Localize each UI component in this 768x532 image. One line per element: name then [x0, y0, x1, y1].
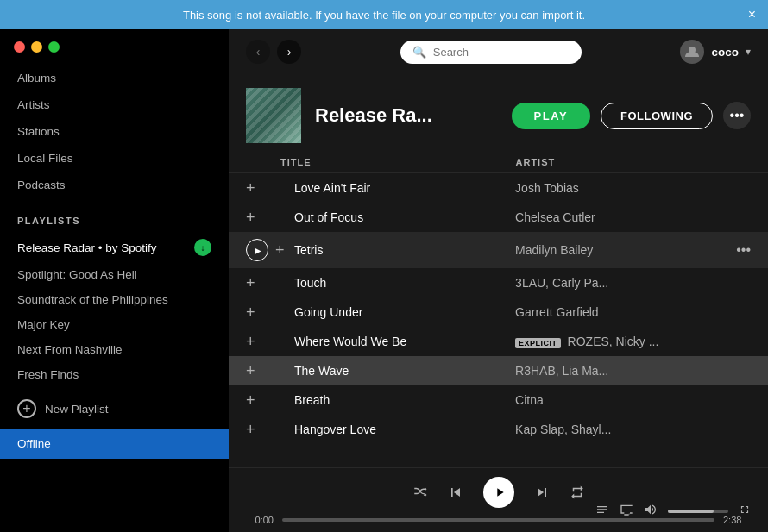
- nav-arrows: ‹ ›: [246, 40, 301, 64]
- track-artist: Josh Tobias: [515, 181, 736, 195]
- play-button[interactable]: PLAY: [512, 103, 590, 129]
- maximize-window-button[interactable]: [48, 41, 60, 53]
- table-row[interactable]: + The Wave R3HAB, Lia Ma... •••: [229, 356, 768, 385]
- notification-text: This song is not available. If you have …: [183, 9, 585, 22]
- track-artist: R3HAB, Lia Ma...: [515, 364, 736, 378]
- back-button[interactable]: ‹: [246, 40, 270, 64]
- add-track-icon[interactable]: +: [246, 304, 255, 320]
- track-title: The Wave: [294, 364, 515, 378]
- playlists-section-label: PLAYLISTS: [0, 202, 229, 233]
- add-track-icon[interactable]: +: [246, 422, 255, 437]
- previous-button[interactable]: [447, 484, 464, 501]
- volume-bar[interactable]: [668, 510, 728, 513]
- track-artist: EXPLICITROZES, Nicky ...: [515, 335, 736, 348]
- player-right-controls: [595, 503, 751, 520]
- track-title: Where Would We Be: [294, 335, 515, 348]
- sidebar-item-soundtrack[interactable]: Soundtrack of the Philippines: [0, 287, 229, 312]
- playlist-label: Major Key: [17, 318, 70, 331]
- track-artist: Citna: [515, 393, 736, 407]
- sidebar-item-stations[interactable]: Stations: [0, 118, 229, 145]
- add-track-icon[interactable]: +: [246, 392, 255, 408]
- col-artist-header: ARTIST: [516, 157, 752, 167]
- add-track-icon[interactable]: +: [246, 180, 255, 196]
- table-row[interactable]: ▶ + Tetris Madilyn Bailey •••: [229, 232, 768, 268]
- add-track-icon[interactable]: +: [246, 210, 255, 225]
- playlist-artwork: [246, 88, 301, 143]
- table-row[interactable]: + Going Under Garrett Garfield •••: [229, 297, 768, 327]
- play-pause-button[interactable]: [483, 477, 514, 508]
- add-track-icon[interactable]: +: [246, 363, 255, 379]
- track-more-icon[interactable]: •••: [736, 242, 751, 258]
- close-window-button[interactable]: [14, 41, 25, 53]
- track-title: Going Under: [294, 305, 515, 319]
- playlist-label: Spotlight: Good As Hell: [17, 268, 137, 281]
- main-layout: Albums Artists Stations Local Files Podc…: [0, 29, 768, 532]
- track-artist: Kap Slap, Shayl...: [515, 422, 736, 436]
- offline-button[interactable]: Offline: [0, 429, 229, 459]
- minimize-window-button[interactable]: [31, 41, 42, 53]
- track-title: Hangover Love: [294, 422, 515, 436]
- now-playing-icon[interactable]: ▶: [246, 239, 268, 261]
- explicit-badge: EXPLICIT: [515, 338, 561, 348]
- repeat-button[interactable]: [570, 485, 585, 500]
- track-title: Tetris: [294, 243, 515, 257]
- track-list: + Love Ain't Fair Josh Tobias ••• + Out …: [229, 173, 768, 467]
- sidebar-item-podcasts[interactable]: Podcasts: [0, 172, 229, 198]
- new-playlist-button[interactable]: + New Playlist: [0, 391, 229, 427]
- playlist-title: Release Ra...: [315, 104, 498, 127]
- sidebar-item-local-files[interactable]: Local Files: [0, 145, 229, 172]
- table-row[interactable]: + Where Would We Be EXPLICITROZES, Nicky…: [229, 327, 768, 356]
- track-title: Out of Focus: [294, 210, 515, 224]
- table-row[interactable]: + Breath Citna •••: [229, 385, 768, 415]
- sidebar-item-fresh-finds[interactable]: Fresh Finds: [0, 362, 229, 387]
- table-row[interactable]: + Touch 3LAU, Carly Pa... •••: [229, 268, 768, 297]
- sidebar-item-next-from-nashville[interactable]: Next From Nashville: [0, 337, 229, 362]
- track-list-header: TITLE ARTIST: [229, 152, 768, 173]
- queue-button[interactable]: [595, 503, 609, 520]
- next-button[interactable]: [533, 484, 551, 501]
- traffic-lights: [0, 29, 229, 61]
- search-input[interactable]: [433, 46, 570, 59]
- notification-close-button[interactable]: ×: [748, 8, 756, 22]
- playlist-label: Fresh Finds: [17, 368, 79, 381]
- header-actions: PLAY FOLLOWING •••: [512, 102, 751, 129]
- fullscreen-button[interactable]: [739, 504, 751, 519]
- add-track-icon[interactable]: +: [246, 334, 255, 349]
- download-icon: ↓: [194, 239, 211, 256]
- track-title: Love Ain't Fair: [294, 181, 515, 195]
- track-title: Breath: [294, 393, 515, 407]
- sidebar-item-albums[interactable]: Albums: [0, 65, 229, 91]
- more-options-button[interactable]: •••: [723, 102, 751, 129]
- track-artist: Madilyn Bailey: [515, 243, 736, 257]
- notification-bar: This song is not available. If you have …: [0, 0, 768, 29]
- playlist-label: Soundtrack of the Philippines: [17, 293, 168, 306]
- playlist-label: Release Radar • by Spotify: [17, 241, 157, 254]
- sidebar-item-artists[interactable]: Artists: [0, 91, 229, 118]
- offline-label: Offline: [17, 437, 51, 450]
- search-box[interactable]: 🔍: [400, 41, 582, 64]
- new-playlist-label: New Playlist: [45, 403, 109, 416]
- sidebar-item-spotlight[interactable]: Spotlight: Good As Hell: [0, 262, 229, 287]
- plus-circle-icon: +: [17, 399, 36, 418]
- content-area: ‹ › 🔍 coco ▾ Release Ra... PLAY: [229, 29, 768, 532]
- table-row[interactable]: + Out of Focus Chelsea Cutler •••: [229, 203, 768, 232]
- user-area[interactable]: coco ▾: [680, 40, 751, 64]
- shuffle-button[interactable]: [412, 485, 428, 500]
- playlist-label: Next From Nashville: [17, 343, 123, 356]
- volume-button[interactable]: [644, 503, 658, 520]
- devices-button[interactable]: [620, 503, 633, 520]
- table-row[interactable]: + Love Ain't Fair Josh Tobias •••: [229, 173, 768, 203]
- add-track-icon[interactable]: +: [246, 275, 255, 291]
- sidebar-item-major-key[interactable]: Major Key: [0, 312, 229, 337]
- sidebar-navigation: Albums Artists Stations Local Files Podc…: [0, 61, 229, 202]
- track-artist: Garrett Garfield: [515, 305, 736, 319]
- username-label: coco: [711, 46, 739, 59]
- sidebar-item-release-radar[interactable]: Release Radar • by Spotify ↓: [0, 233, 229, 262]
- chevron-down-icon: ▾: [746, 46, 751, 58]
- table-row[interactable]: + Hangover Love Kap Slap, Shayl... •••: [229, 415, 768, 444]
- add-track-icon[interactable]: +: [275, 242, 285, 258]
- following-button[interactable]: FOLLOWING: [601, 103, 713, 129]
- forward-button[interactable]: ›: [277, 40, 301, 64]
- track-artist: Chelsea Cutler: [515, 210, 736, 224]
- col-title-header: TITLE: [280, 157, 516, 167]
